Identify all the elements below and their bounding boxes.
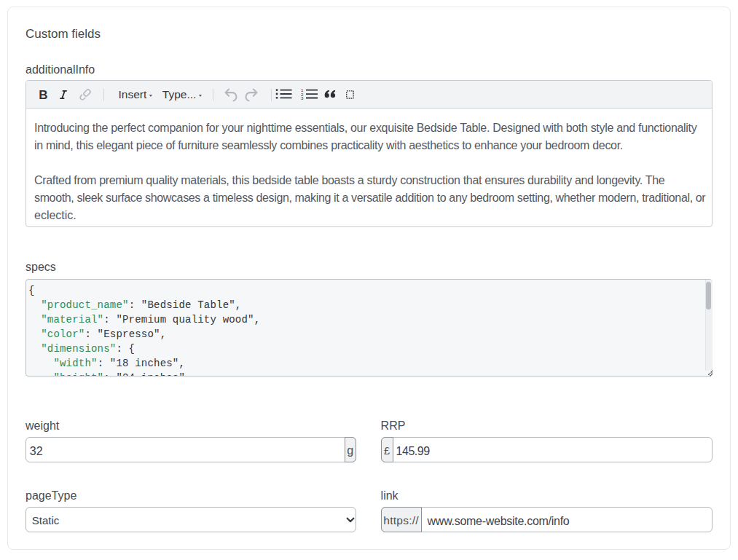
svg-text:3: 3 [301, 95, 304, 100]
